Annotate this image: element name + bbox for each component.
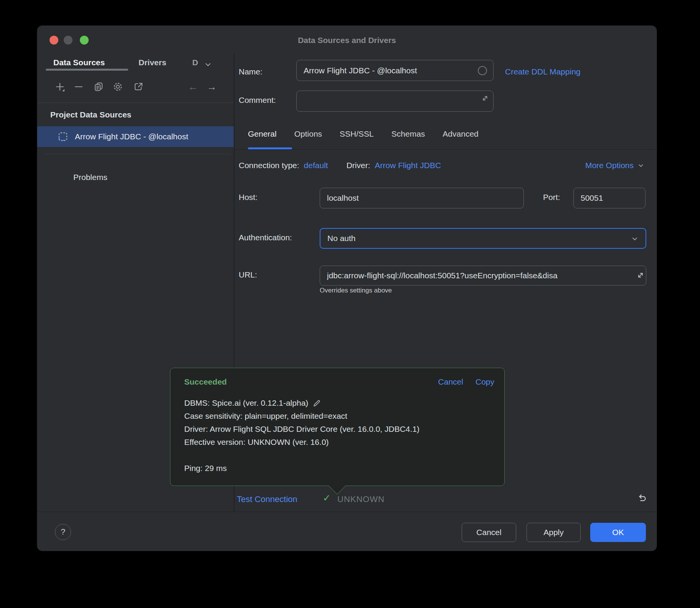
add-data-source-button[interactable] <box>54 81 65 92</box>
revert-button[interactable] <box>634 492 650 506</box>
check-icon: ✓ <box>323 492 331 504</box>
popup-copy-link[interactable]: Copy <box>475 377 494 387</box>
host-label: Host: <box>239 193 258 202</box>
list-item-problems[interactable]: Problems <box>73 172 107 183</box>
authentication-value: No auth <box>327 234 356 243</box>
popup-cancel-link[interactable]: Cancel <box>438 377 463 387</box>
port-value: 50051 <box>581 193 603 203</box>
url-hint: Overrides settings above <box>320 287 392 294</box>
left-list-divider <box>44 154 231 154</box>
authentication-select[interactable]: No auth <box>320 228 646 249</box>
tab-advanced[interactable]: Advanced <box>442 129 478 139</box>
data-source-icon <box>58 132 68 142</box>
more-options-link[interactable]: More Options <box>585 161 634 170</box>
status-succeeded: Succeeded <box>184 377 227 387</box>
host-input[interactable]: localhost <box>320 188 524 208</box>
open-in-new-button[interactable] <box>133 81 144 92</box>
popup-details: DBMS: Spice.ai (ver. 0.12.1-alpha) Case … <box>184 397 419 475</box>
name-input[interactable]: Arrow Flight JDBC - @localhost <box>296 60 494 81</box>
create-ddl-mapping-link[interactable]: Create DDL Mapping <box>505 67 581 76</box>
driver-label: Driver: <box>347 161 370 170</box>
cancel-button[interactable]: Cancel <box>462 523 516 542</box>
dbms-text: DBMS: Spice.ai (ver. 0.12.1-alpha) <box>184 397 308 410</box>
forward-button[interactable]: → <box>206 81 218 93</box>
name-value: Arrow Flight JDBC - @localhost <box>304 66 417 75</box>
tab-schemas[interactable]: Schemas <box>391 129 425 139</box>
settings-tabs: General Options SSH/SSL Schemas Advanced <box>248 129 479 139</box>
undo-icon <box>636 493 648 504</box>
data-source-label: Arrow Flight JDBC - @localhost <box>75 132 188 141</box>
more-options[interactable]: More Options <box>585 161 645 170</box>
window-title: Data Sources and Drivers <box>37 36 657 45</box>
comment-input[interactable] <box>296 91 494 112</box>
tab-ssh-ssl[interactable]: SSH/SSL <box>340 129 374 139</box>
remove-data-source-button[interactable] <box>73 81 84 92</box>
name-label: Name: <box>239 67 262 76</box>
test-result-text: UNKNOWN <box>337 494 385 504</box>
help-button[interactable]: ? <box>55 524 71 540</box>
port-label: Port: <box>543 193 560 202</box>
tab-data-sources[interactable]: Data Sources <box>53 58 105 67</box>
project-data-sources-heading: Project Data Sources <box>50 110 131 119</box>
list-item-data-source-selected[interactable]: Arrow Flight JDBC - @localhost <box>37 126 234 147</box>
more-options-chevron-icon <box>637 161 645 170</box>
duplicate-button[interactable] <box>93 81 104 92</box>
name-progress-icon <box>478 66 487 75</box>
connection-type-row: Connection type: default Driver: Arrow F… <box>239 161 441 170</box>
edit-pencil-icon[interactable] <box>312 398 321 408</box>
test-connection-link[interactable]: Test Connection <box>237 494 297 504</box>
tabs-divider <box>234 149 657 150</box>
ok-button[interactable]: OK <box>590 523 646 542</box>
dbms-line: DBMS: Spice.ai (ver. 0.12.1-alpha) <box>184 397 419 410</box>
effective-version-line: Effective version: UNKNOWN (ver. 16.0) <box>184 436 419 449</box>
footer-divider <box>37 512 657 512</box>
comment-label: Comment: <box>239 96 276 105</box>
data-source-settings-button[interactable] <box>112 81 123 92</box>
url-input[interactable]: jdbc:arrow-flight-sql://localhost:50051?… <box>320 266 646 286</box>
port-input[interactable]: 50051 <box>573 188 646 208</box>
authentication-chevron-icon <box>630 234 639 243</box>
driver-value-link[interactable]: Arrow Flight JDBC <box>375 161 441 170</box>
test-connection-popup: Succeeded Cancel Copy DBMS: Spice.ai (ve… <box>170 368 505 486</box>
driver-line: Driver: Arrow Flight SQL JDBC Driver Cor… <box>184 423 419 436</box>
apply-button[interactable]: Apply <box>527 523 581 542</box>
left-toolbar-divider <box>37 102 234 103</box>
tab-options[interactable]: Options <box>294 129 322 139</box>
tab-general[interactable]: General <box>248 129 277 139</box>
host-value: localhost <box>327 193 359 203</box>
url-value: jdbc:arrow-flight-sql://localhost:50051?… <box>327 271 558 280</box>
connection-type-value-link[interactable]: default <box>304 161 328 170</box>
data-sources-dialog: Data Sources and Drivers Data Sources Dr… <box>37 25 657 551</box>
back-button[interactable]: ← <box>187 81 199 93</box>
tab-data-sources-indicator <box>46 69 128 71</box>
expand-comment-icon[interactable] <box>481 94 489 102</box>
tab-drivers[interactable]: Drivers <box>139 58 166 67</box>
tabs-overflow-chevron-icon[interactable] <box>203 59 213 69</box>
connection-type-label: Connection type: <box>239 161 299 170</box>
case-sensitivity-line: Case sensitivity: plain=upper, delimited… <box>184 410 419 423</box>
url-label: URL: <box>239 270 257 279</box>
expand-url-icon[interactable] <box>636 271 645 280</box>
tab-ddl-mappings-truncated[interactable]: D <box>192 58 199 67</box>
ping-line: Ping: 29 ms <box>184 462 419 475</box>
authentication-label: Authentication: <box>239 233 292 242</box>
